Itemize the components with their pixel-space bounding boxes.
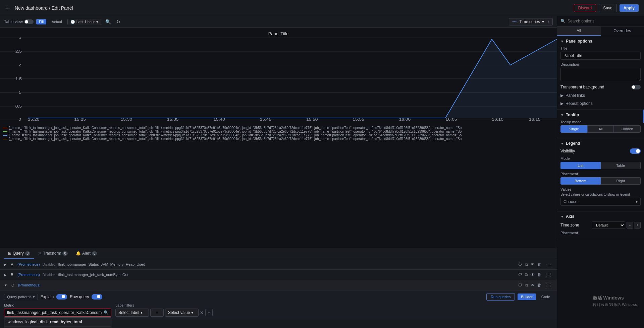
axis-header[interactable]: ▼ Axis [560,214,641,219]
axis-placement-label: Placement [560,231,641,235]
run-queries-button[interactable]: Run queries [486,293,515,301]
query-a-copy-btn[interactable]: ⧉ [524,261,529,267]
query-b-drag-btn[interactable]: ⋮⋮ [543,272,553,278]
discard-button[interactable]: Discard [574,4,596,12]
tab-alert[interactable]: 🔔 Alert 0 [72,248,101,259]
placement-right-btn[interactable]: Right [601,177,641,185]
value-select[interactable]: Select value ▾ [165,309,199,317]
query-b-eye-btn[interactable]: 👁 [530,272,535,278]
svg-text:16:15: 16:15 [529,118,541,121]
tab-query[interactable]: ⊞ Query 3 [4,248,34,259]
op-select[interactable]: = [150,309,164,317]
query-c-delete-btn[interactable]: 🗑 [537,282,542,288]
chevron-axis: ▼ [560,215,564,218]
query-actions-b: ⏱ ⧉ 👁 🗑 ⋮⋮ [518,272,553,278]
tab-overrides[interactable]: Overrides [601,26,644,36]
save-button[interactable]: Save [599,4,616,12]
tooltip-all-btn[interactable]: All [587,125,614,133]
metric-input[interactable] [4,309,111,317]
query-c-eye-btn[interactable]: 👁 [530,282,535,288]
query-patterns-button[interactable]: Query patterns ▾ [4,294,38,300]
legend-table-btn[interactable]: Table [601,162,641,169]
tz-minus-btn[interactable]: - [627,222,633,228]
query-c-expanded: Query patterns ▾ Explain Raw query Run q… [0,290,557,319]
back-button[interactable]: ← [5,5,11,11]
tz-plus-btn[interactable]: + [634,222,641,228]
query-b-delete-btn[interactable]: 🗑 [537,272,542,278]
op-value: = [156,310,158,315]
visualization-selector[interactable]: 〰 Time series ▾ ⟩ [509,18,553,25]
timezone-row: Time zone Default - + [560,221,641,229]
autocomplete-item-1[interactable]: windows_logical_disk_read_bytes_total [4,318,111,327]
search-input[interactable] [568,19,641,23]
svg-text:3: 3 [18,38,21,40]
query-patterns-label: Query patterns [7,295,32,299]
metric-field-group: Metric 🔍 windows_logical_disk_read_bytes… [4,303,111,317]
table-view-switch[interactable] [24,19,34,24]
query-row-c: ▼ C (Prometheus) ⏱ ⧉ 👁 🗑 ⋮⋮ [0,280,557,290]
filter-add-button[interactable]: + [205,309,213,316]
query-metric-a: flink_jobmanager_Status_JVM_Memory_Heap_… [58,262,515,266]
expand-a[interactable]: ▶ [4,263,7,266]
tab-transform[interactable]: ⇄ Transform 0 [34,248,72,259]
tab-all[interactable]: All [557,26,601,36]
zoom-in-button[interactable]: 🔍 [104,18,112,25]
query-a-delete-btn[interactable]: 🗑 [537,261,542,267]
expand-c[interactable]: ▼ [4,283,7,287]
refresh-button[interactable]: ↻ [115,18,122,25]
tooltip-header[interactable]: ▼ Tooltip [560,113,641,117]
repeat-options-label: Repeat options [566,101,593,106]
time-range-selector[interactable]: 🕐 Last 1 hour ▾ [67,19,101,25]
placement-label: Placement [560,172,641,176]
values-select[interactable]: Choose ▾ [560,198,641,206]
axis-title: Axis [566,214,574,219]
page-title: New dashboard / Edit Panel [15,5,73,11]
legend-list-btn[interactable]: List [560,162,601,169]
description-textarea[interactable] [560,68,641,81]
legend-visibility-toggle[interactable] [630,148,641,154]
query-b-time-btn[interactable]: ⏱ [518,272,523,278]
explain-toggle[interactable] [56,294,67,300]
placement-bottom-btn[interactable]: Bottom [560,177,601,185]
chart-svg: 3 2.5 2 1.5 1 0.5 0 15:20 15:25 15:30 15… [0,38,557,125]
legend-text-3: {_name_="flink_taskmanager_job_task_oper… [9,133,462,137]
title-field-label: Title [560,46,641,50]
tooltip-single-btn[interactable]: Single [560,125,587,133]
legend-text-2: {_name_="flink_taskmanager_job_task_oper… [9,130,462,133]
query-c-time-btn[interactable]: ⏱ [518,282,523,288]
legend-header[interactable]: ▼ Legend [560,141,641,146]
top-bar-right: Discard Save Apply [574,4,639,12]
chevron-down-icon: ▾ [96,20,98,24]
expand-b[interactable]: ▶ [4,273,7,277]
query-row-a: ▶ A (Prometheus) Disabled flink_jobmanag… [0,259,557,270]
tooltip-hidden-btn[interactable]: Hidden [614,125,641,133]
panel-links-label: Panel links [566,93,585,98]
repeat-options-subsection[interactable]: ▶ Repeat options [560,100,641,107]
code-button[interactable]: Code [539,293,553,300]
panel-options-header[interactable]: ▼ Panel options [560,39,641,44]
panel-title-input[interactable] [560,52,641,60]
fill-button[interactable]: Fill [36,19,46,24]
filter-remove-button[interactable]: ✕ [200,310,204,315]
query-b-copy-btn[interactable]: ⧉ [524,272,529,278]
apply-button[interactable]: Apply [620,4,639,12]
raw-query-toggle[interactable] [92,294,102,300]
transparent-bg-toggle[interactable] [631,85,641,89]
chevron-down-icon2: ▾ [542,19,544,24]
query-a-eye-btn[interactable]: 👁 [530,261,535,267]
query-letter-c: C [10,282,15,288]
query-a-drag-btn[interactable]: ⋮⋮ [543,261,553,267]
label-select[interactable]: Select label ▾ [115,309,149,317]
svg-text:1.5: 1.5 [15,77,22,81]
timezone-select[interactable]: Default [592,221,625,229]
tooltip-mode-label: Tooltip mode [560,120,641,124]
query-c-copy-btn[interactable]: ⧉ [524,282,529,288]
builder-button[interactable]: Builder [518,293,536,300]
alert-badge: 0 [92,251,97,256]
panel-links-subsection[interactable]: ▶ Panel links [560,92,641,99]
query-source-a: (Prometheus) [17,262,40,266]
query-c-drag-btn[interactable]: ⋮⋮ [543,282,553,288]
autocomplete-item-2[interactable]: windows_logical_disk_read_latency_second… [4,327,111,328]
actual-button[interactable]: Actual [49,19,65,24]
query-a-time-btn[interactable]: ⏱ [518,261,523,267]
